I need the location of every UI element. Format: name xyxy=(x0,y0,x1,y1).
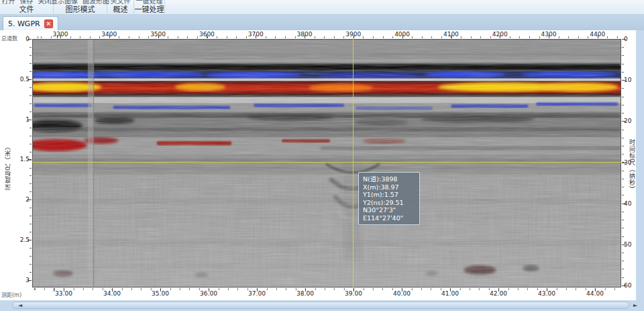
radargram-image xyxy=(33,40,621,287)
ribbon-button[interactable]: 打开 xyxy=(2,0,15,5)
crosshair-horizontal-line xyxy=(32,162,621,163)
ribbon-group-overview: 头文件 概述 xyxy=(107,0,134,14)
axis-tick-label: 33.00 xyxy=(55,290,72,297)
scroll-right-arrow-icon[interactable]: ► xyxy=(633,302,637,308)
axis-tick-label: 38.00 xyxy=(297,290,314,297)
left-axis-depth-labels: 00.511.522.53 xyxy=(12,30,30,300)
axis-tick-label: 50 xyxy=(624,241,631,248)
scrollbar-thumb[interactable] xyxy=(12,302,629,309)
tooltip-line: X(m):38.97 xyxy=(363,183,415,191)
axis-tick-label: 36.00 xyxy=(200,290,217,297)
axis-tick-label: 1.5 xyxy=(12,156,30,163)
axis-tick-label: 3700 xyxy=(248,31,264,38)
axis-tick-label: 39.00 xyxy=(345,290,362,297)
axis-tick-label: 20 xyxy=(624,118,631,124)
axis-tick-label: 41.00 xyxy=(441,290,459,297)
radargram-workspace: 总道数 测距(m) 330034003500360037003800390040… xyxy=(0,30,636,300)
axis-tick-label: 1 xyxy=(12,116,30,123)
time-axis-title: 时间标尺（纳秒） xyxy=(628,139,637,193)
ribbon-toolbar: 打开保存关闭 文件 显示图像画波形图 图形模式 头文件 概述 一键处理 一键处理 xyxy=(0,0,644,15)
ribbon-button[interactable]: 关闭 xyxy=(38,0,52,5)
ribbon-button[interactable]: 头文件 xyxy=(111,0,131,5)
ribbon-onekey-buttons: 一键处理 xyxy=(136,0,163,5)
crosshair-vertical-line xyxy=(353,36,354,291)
axis-tick-label: 4200 xyxy=(492,31,508,38)
ribbon-group-file: 打开保存关闭 文件 xyxy=(0,0,54,14)
axis-tick-label: 3300 xyxy=(53,31,68,38)
tab-title: 5. WGPR xyxy=(8,19,40,28)
horizontal-scrollbar[interactable]: ◄ ► xyxy=(0,300,644,310)
gpr-app-window: 打开保存关闭 文件 显示图像画波形图 图形模式 头文件 概述 一键处理 一键处理… xyxy=(0,0,644,311)
axis-tick-label: 40.00 xyxy=(393,290,411,297)
ribbon-button[interactable]: 画波形图 xyxy=(83,0,109,5)
axis-tick-label: 3600 xyxy=(199,31,215,38)
axis-tick-label: 37.00 xyxy=(248,290,266,297)
ribbon-group-label: 概述 xyxy=(113,5,128,14)
axis-tick-label: 3800 xyxy=(297,31,313,38)
scroll-left-arrow-icon[interactable]: ◄ xyxy=(18,302,22,308)
axis-tick-label: 43.00 xyxy=(538,290,555,297)
ribbon-graphic-buttons: 显示图像画波形图 xyxy=(51,0,109,5)
axis-tick-label: 4100 xyxy=(443,31,459,38)
axis-tick-label: 34.00 xyxy=(103,290,121,297)
axis-tick-label: 42.00 xyxy=(490,290,507,297)
axis-tick-label: 60 xyxy=(624,282,631,289)
ribbon-button[interactable]: 显示图像 xyxy=(51,0,78,5)
tooltip-line: E114°27'40" xyxy=(363,214,415,222)
tooltip-line: Y1(m):1.57 xyxy=(363,191,415,199)
axis-tick-label: 3400 xyxy=(101,31,117,38)
tab-bar: 5. WGPR × xyxy=(0,15,644,30)
axis-tick-label: 3 xyxy=(12,277,30,283)
tab-wgpr[interactable]: 5. WGPR × xyxy=(3,16,58,30)
ribbon-file-buttons: 打开保存关闭 xyxy=(2,0,52,5)
ribbon-button[interactable]: 保存 xyxy=(20,0,34,5)
tooltip-line: N30°27'3" xyxy=(363,206,415,214)
axis-tick-label: 40 xyxy=(624,200,631,207)
measurement-tooltip: N(道):3898X(m):38.97Y1(m):1.57Y2(ns):29.5… xyxy=(358,172,420,225)
axis-tick-label: 0.5 xyxy=(12,76,30,83)
ribbon-group-one-key: 一键处理 一键处理 xyxy=(134,0,165,14)
axis-tick-label: 4000 xyxy=(394,31,410,38)
ribbon-group-label: 文件 xyxy=(19,5,34,14)
tooltip-line: N(道):3898 xyxy=(363,175,415,183)
axis-tick-label: 0 xyxy=(12,36,30,42)
radargram-canvas[interactable] xyxy=(32,39,621,287)
ribbon-group-label: 一键处理 xyxy=(135,5,164,14)
bottom-axis-distance-labels: 33.0034.0035.0036.0037.0038.0039.0040.00… xyxy=(0,290,636,297)
axis-tick-label: 2 xyxy=(12,196,30,203)
axis-tick-label: 4300 xyxy=(541,31,557,38)
axis-tick-label: 10 xyxy=(624,77,631,83)
axis-tick-label: 35.00 xyxy=(152,290,169,297)
depth-axis-title: 深度标尺（米） xyxy=(3,143,12,190)
axis-tick-label: 0 xyxy=(624,36,628,42)
top-axis-trace-labels: 3300340035003600370038003900400041004200… xyxy=(0,31,636,38)
ribbon-group-label: 图形模式 xyxy=(66,5,95,14)
axis-tick-label: 4400 xyxy=(590,31,605,38)
ribbon-group-graphic-mode: 显示图像画波形图 图形模式 xyxy=(54,0,107,14)
axis-tick-label: 3500 xyxy=(150,31,166,38)
ribbon-button[interactable]: 一键处理 xyxy=(136,0,163,5)
ribbon-overview-buttons: 头文件 xyxy=(111,0,131,5)
close-icon[interactable]: × xyxy=(44,19,53,28)
tooltip-line: Y2(ns):29.51 xyxy=(363,199,415,207)
axis-tick-label: 2.5 xyxy=(12,236,30,243)
axis-tick-label: 44.00 xyxy=(586,290,604,297)
